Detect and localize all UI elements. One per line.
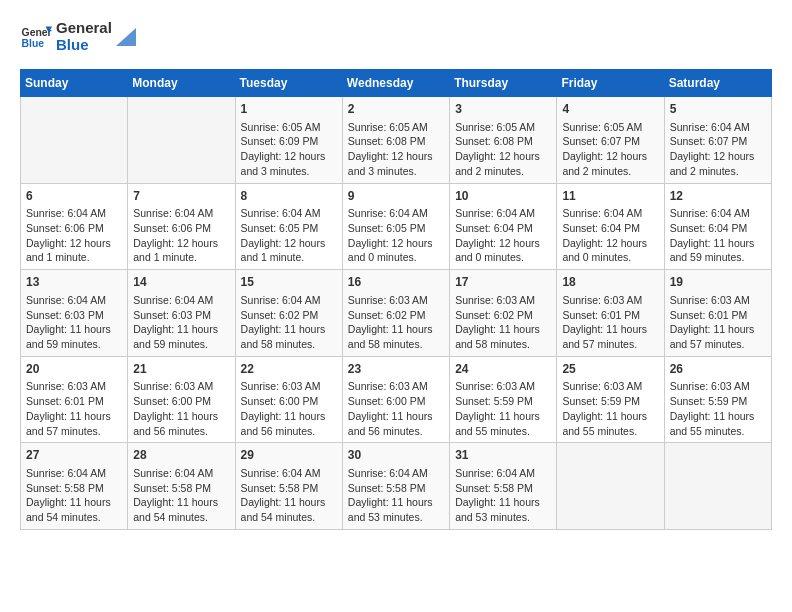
day-number: 26 (670, 361, 766, 378)
day-number: 2 (348, 101, 444, 118)
day-info: Sunrise: 6:03 AM (133, 379, 229, 394)
day-info: Daylight: 12 hours and 1 minute. (133, 236, 229, 265)
logo-icon: General Blue (20, 23, 52, 51)
day-info: Sunrise: 6:04 AM (241, 206, 337, 221)
day-info: Sunrise: 6:04 AM (455, 466, 551, 481)
day-number: 3 (455, 101, 551, 118)
svg-text:Blue: Blue (22, 38, 45, 49)
calendar-week-2: 6Sunrise: 6:04 AMSunset: 6:06 PMDaylight… (21, 183, 772, 270)
day-info: Sunrise: 6:04 AM (26, 293, 122, 308)
calendar-table: SundayMondayTuesdayWednesdayThursdayFrid… (20, 69, 772, 530)
day-info: Sunset: 6:06 PM (26, 221, 122, 236)
weekday-header-thursday: Thursday (450, 70, 557, 97)
day-info: Sunset: 6:04 PM (670, 221, 766, 236)
calendar-cell: 20Sunrise: 6:03 AMSunset: 6:01 PMDayligh… (21, 356, 128, 443)
day-info: Sunrise: 6:04 AM (133, 206, 229, 221)
day-info: Sunset: 6:03 PM (133, 308, 229, 323)
day-info: Sunset: 6:05 PM (241, 221, 337, 236)
day-info: Daylight: 11 hours and 58 minutes. (348, 322, 444, 351)
day-info: Sunset: 6:06 PM (133, 221, 229, 236)
day-info: Daylight: 12 hours and 2 minutes. (562, 149, 658, 178)
day-info: Sunrise: 6:04 AM (348, 466, 444, 481)
calendar-cell: 1Sunrise: 6:05 AMSunset: 6:09 PMDaylight… (235, 97, 342, 184)
day-info: Daylight: 11 hours and 55 minutes. (455, 409, 551, 438)
day-info: Daylight: 12 hours and 1 minute. (241, 236, 337, 265)
day-info: Sunset: 6:07 PM (670, 134, 766, 149)
day-info: Sunrise: 6:04 AM (241, 293, 337, 308)
day-info: Sunset: 6:00 PM (348, 394, 444, 409)
day-number: 17 (455, 274, 551, 291)
day-number: 1 (241, 101, 337, 118)
day-info: Sunset: 6:04 PM (455, 221, 551, 236)
page-header: General Blue General Blue (20, 20, 772, 53)
day-info: Sunset: 6:07 PM (562, 134, 658, 149)
calendar-cell: 15Sunrise: 6:04 AMSunset: 6:02 PMDayligh… (235, 270, 342, 357)
day-info: Sunset: 6:08 PM (348, 134, 444, 149)
calendar-cell: 13Sunrise: 6:04 AMSunset: 6:03 PMDayligh… (21, 270, 128, 357)
logo: General Blue General Blue (20, 20, 136, 53)
calendar-cell: 3Sunrise: 6:05 AMSunset: 6:08 PMDaylight… (450, 97, 557, 184)
logo-wave-icon (116, 28, 136, 46)
day-info: Sunset: 6:00 PM (241, 394, 337, 409)
calendar-header: SundayMondayTuesdayWednesdayThursdayFrid… (21, 70, 772, 97)
day-info: Sunrise: 6:05 AM (241, 120, 337, 135)
day-info: Sunset: 6:09 PM (241, 134, 337, 149)
day-info: Daylight: 11 hours and 59 minutes. (26, 322, 122, 351)
calendar-cell: 27Sunrise: 6:04 AMSunset: 5:58 PMDayligh… (21, 443, 128, 530)
day-info: Sunrise: 6:04 AM (133, 466, 229, 481)
day-info: Daylight: 11 hours and 56 minutes. (348, 409, 444, 438)
day-info: Daylight: 11 hours and 57 minutes. (562, 322, 658, 351)
calendar-cell: 25Sunrise: 6:03 AMSunset: 5:59 PMDayligh… (557, 356, 664, 443)
day-number: 22 (241, 361, 337, 378)
calendar-cell: 16Sunrise: 6:03 AMSunset: 6:02 PMDayligh… (342, 270, 449, 357)
day-number: 4 (562, 101, 658, 118)
day-info: Daylight: 11 hours and 56 minutes. (133, 409, 229, 438)
weekday-header-wednesday: Wednesday (342, 70, 449, 97)
day-info: Sunrise: 6:03 AM (670, 379, 766, 394)
day-info: Sunrise: 6:03 AM (670, 293, 766, 308)
day-info: Sunset: 5:59 PM (455, 394, 551, 409)
day-info: Sunrise: 6:04 AM (562, 206, 658, 221)
logo-blue: Blue (56, 37, 112, 54)
day-info: Sunrise: 6:03 AM (455, 379, 551, 394)
day-info: Sunrise: 6:03 AM (348, 293, 444, 308)
day-info: Sunrise: 6:05 AM (562, 120, 658, 135)
calendar-cell: 2Sunrise: 6:05 AMSunset: 6:08 PMDaylight… (342, 97, 449, 184)
day-info: Sunset: 5:59 PM (562, 394, 658, 409)
calendar-cell: 24Sunrise: 6:03 AMSunset: 5:59 PMDayligh… (450, 356, 557, 443)
calendar-week-5: 27Sunrise: 6:04 AMSunset: 5:58 PMDayligh… (21, 443, 772, 530)
day-number: 23 (348, 361, 444, 378)
day-info: Daylight: 11 hours and 59 minutes. (670, 236, 766, 265)
day-number: 13 (26, 274, 122, 291)
day-info: Sunrise: 6:04 AM (26, 206, 122, 221)
day-info: Sunrise: 6:04 AM (26, 466, 122, 481)
day-info: Sunset: 5:58 PM (26, 481, 122, 496)
calendar-cell: 18Sunrise: 6:03 AMSunset: 6:01 PMDayligh… (557, 270, 664, 357)
day-info: Daylight: 11 hours and 54 minutes. (241, 495, 337, 524)
day-number: 25 (562, 361, 658, 378)
day-info: Sunset: 6:01 PM (26, 394, 122, 409)
day-info: Daylight: 12 hours and 2 minutes. (670, 149, 766, 178)
day-number: 6 (26, 188, 122, 205)
svg-marker-3 (116, 28, 136, 46)
day-info: Daylight: 11 hours and 56 minutes. (241, 409, 337, 438)
day-info: Sunrise: 6:04 AM (348, 206, 444, 221)
calendar-cell (128, 97, 235, 184)
day-info: Sunrise: 6:03 AM (562, 379, 658, 394)
day-info: Sunrise: 6:04 AM (455, 206, 551, 221)
day-number: 10 (455, 188, 551, 205)
day-number: 24 (455, 361, 551, 378)
day-info: Daylight: 12 hours and 0 minutes. (455, 236, 551, 265)
day-info: Sunset: 6:02 PM (348, 308, 444, 323)
day-number: 11 (562, 188, 658, 205)
calendar-cell: 31Sunrise: 6:04 AMSunset: 5:58 PMDayligh… (450, 443, 557, 530)
day-info: Sunset: 6:03 PM (26, 308, 122, 323)
day-info: Sunset: 6:02 PM (241, 308, 337, 323)
day-info: Sunset: 6:01 PM (562, 308, 658, 323)
calendar-cell: 8Sunrise: 6:04 AMSunset: 6:05 PMDaylight… (235, 183, 342, 270)
day-info: Sunset: 6:05 PM (348, 221, 444, 236)
day-info: Sunrise: 6:03 AM (455, 293, 551, 308)
calendar-cell: 28Sunrise: 6:04 AMSunset: 5:58 PMDayligh… (128, 443, 235, 530)
day-number: 28 (133, 447, 229, 464)
day-info: Sunrise: 6:03 AM (241, 379, 337, 394)
